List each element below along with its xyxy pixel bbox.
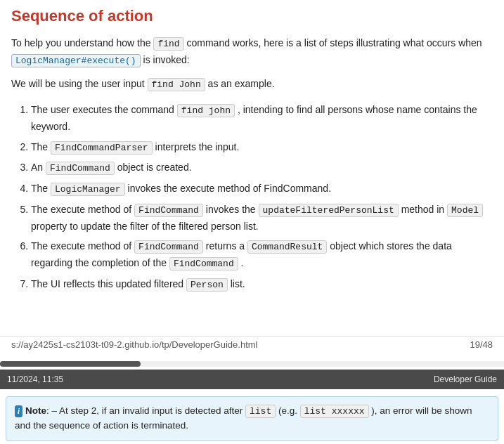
- step6-text4: .: [238, 257, 244, 268]
- list-item: The UI reflects this updated filtered Pe…: [31, 276, 493, 293]
- step4-code1: LogicManager: [51, 183, 125, 196]
- note-label: Note: [25, 405, 46, 416]
- example-paragraph: We will be using the user input find Joh…: [11, 76, 493, 93]
- step6-code2: CommandResult: [247, 240, 327, 254]
- intro-paragraph: To help you understand how the find comm…: [11, 35, 493, 69]
- intro-text-2: command works, here is a list of steps i…: [184, 37, 482, 48]
- taskbar: 11/2024, 11:35 Developer Guide: [0, 370, 504, 389]
- find-command-code: find: [153, 37, 183, 51]
- page-count: 19/48: [470, 339, 493, 350]
- main-content: Sequence of action To help you understan…: [0, 0, 504, 304]
- logic-manager-execute-link[interactable]: LogicManager#execute(): [11, 54, 141, 67]
- list-item: The LogicManager invokes the execute met…: [31, 181, 493, 197]
- step7-text2: list.: [228, 278, 245, 289]
- step4-text2: invokes the execute method of FindComman…: [125, 183, 331, 194]
- taskbar-title: Developer Guide: [434, 374, 497, 384]
- note-text1: : – At step 2, if an invalid input is de…: [46, 405, 245, 416]
- step2-text1: The: [31, 141, 51, 152]
- find-john-code: find John: [148, 78, 205, 91]
- example-text-2: as an example.: [205, 78, 275, 89]
- step7-code1: Person: [186, 278, 228, 292]
- note-code2: list xxxxxx: [300, 405, 369, 418]
- step3-text2: object is created.: [115, 162, 192, 173]
- step5-text3: method in: [399, 204, 447, 215]
- list-item: The execute method of FindCommand invoke…: [31, 202, 493, 234]
- info-icon: i: [15, 405, 22, 417]
- bottom-bar: s://ay2425s1-cs2103t-t09-2.github.io/tp/…: [0, 336, 504, 353]
- list-item: The execute method of FindCommand return…: [31, 238, 493, 272]
- intro-text-1: To help you understand how the: [11, 37, 153, 48]
- step6-text1: The execute method of: [31, 240, 134, 252]
- step7-text1: The UI reflects this updated filtered: [31, 278, 186, 289]
- note-middle: (e.g.: [276, 405, 300, 416]
- step3-text1: An: [31, 162, 46, 173]
- note-box: iNote: – At step 2, if an invalid input …: [6, 396, 498, 441]
- step6-code3: FindCommand: [169, 257, 238, 270]
- list-item: The FindCommandParser interprets the inp…: [31, 139, 493, 156]
- step6-text2: returns a: [203, 240, 247, 252]
- step5-text1: The execute method of: [31, 204, 134, 215]
- list-item: The user executes the command find john …: [31, 102, 493, 134]
- step5-text4: property to update the filter of the fil…: [31, 221, 259, 232]
- step5-code2: updateFilteredPersonList: [259, 204, 399, 217]
- step2-code1: FindCommandParser: [51, 141, 153, 155]
- page-title: Sequence of action: [11, 7, 493, 25]
- scrollbar-area[interactable]: [0, 361, 504, 367]
- list-item: An FindCommand object is created.: [31, 159, 493, 176]
- taskbar-datetime: 11/2024, 11:35: [7, 374, 63, 384]
- bottom-url: s://ay2425s1-cs2103t-t09-2.github.io/tp/…: [11, 339, 257, 350]
- scrollbar-thumb[interactable]: [0, 361, 141, 367]
- step4-text1: The: [31, 183, 51, 194]
- step5-text2: invokes the: [203, 204, 259, 215]
- step2-text2: interprets the input.: [153, 141, 240, 152]
- step5-code3: Model: [447, 204, 483, 217]
- step1-code1: find john: [177, 104, 235, 117]
- step6-code1: FindCommand: [134, 240, 203, 254]
- step3-code1: FindCommand: [46, 162, 115, 175]
- intro-text-3: is invoked:: [141, 54, 190, 65]
- step1-text1: The user executes the command: [31, 104, 177, 115]
- note-code1: list: [245, 405, 276, 418]
- steps-list: The user executes the command find john …: [11, 102, 493, 292]
- step5-code1: FindCommand: [134, 204, 203, 217]
- example-text-1: We will be using the user input: [11, 78, 148, 89]
